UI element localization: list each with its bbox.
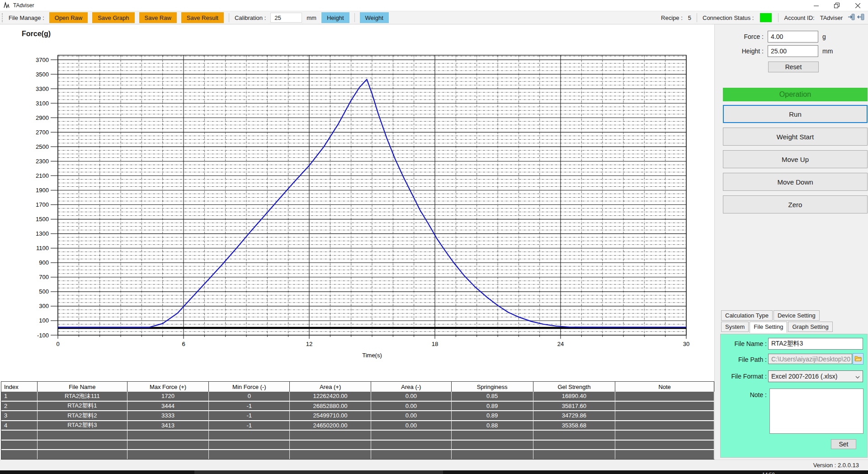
table-header-cell[interactable]: Index (1, 382, 38, 392)
table-cell (615, 441, 714, 450)
main-toolbar: File Manage : Open Raw Save Graph Save R… (0, 11, 868, 24)
table-row[interactable] (1, 441, 714, 450)
restore-button[interactable] (826, 0, 847, 11)
table-cell (290, 441, 371, 450)
note-textarea[interactable] (769, 389, 863, 434)
table-cell: RTA2塑料1 (38, 402, 127, 412)
table-row[interactable] (1, 450, 714, 460)
tab-graph-setting[interactable]: Graph Setting (788, 322, 832, 332)
table-row[interactable]: 2RTA2塑料13444-126852880.000.000.8935817.6… (1, 402, 714, 412)
table-cell: 35358.68 (533, 421, 616, 431)
run-button[interactable]: Run (723, 105, 868, 123)
svg-text:3700: 3700 (36, 57, 49, 63)
zero-button[interactable]: Zero (723, 195, 868, 213)
taskbar-app-segment (194, 470, 443, 474)
file-name-input[interactable]: RTA2塑料3 (768, 338, 863, 350)
force-input[interactable]: 4.00 (768, 31, 818, 43)
table-row[interactable]: 1RTA2泡沫1111720012262420.000.000.8516890.… (1, 392, 714, 402)
tab-device-setting[interactable]: Device Setting (774, 310, 820, 321)
separator (697, 13, 697, 22)
tab-file-setting[interactable]: File Setting (750, 322, 787, 333)
height-unit: mm (822, 47, 840, 55)
height-label: Height : (718, 47, 764, 55)
table-header-cell[interactable]: Min Force (-) (209, 382, 290, 392)
svg-text:500: 500 (39, 288, 49, 295)
table-cell (127, 450, 209, 460)
table-header-cell[interactable]: Area (+) (290, 382, 371, 392)
table-cell (533, 441, 616, 450)
table-row[interactable]: 4RTA2塑料33413-124650200.000.000.8835358.6… (1, 421, 714, 431)
file-manage-label: File Manage : (9, 14, 44, 21)
table-cell: 3333 (127, 411, 209, 421)
svg-text:100: 100 (39, 317, 49, 324)
close-button[interactable] (847, 0, 868, 11)
svg-text:700: 700 (39, 274, 49, 280)
table-cell: 0.89 (452, 411, 533, 421)
open-raw-button[interactable]: Open Raw (49, 12, 88, 23)
svg-text:-100: -100 (37, 332, 49, 339)
table-row[interactable] (1, 431, 714, 441)
file-format-dropdown[interactable]: Excel 2007-2016 (.xlsx) (768, 370, 863, 382)
svg-text:2100: 2100 (36, 172, 49, 179)
svg-text:1900: 1900 (36, 187, 49, 194)
table-cell (38, 431, 127, 441)
weight-button[interactable]: Weight (360, 12, 389, 23)
table-header-cell[interactable]: File Name (38, 382, 127, 392)
set-button[interactable]: Set (831, 439, 856, 449)
table-cell: RTA2泡沫111 (38, 392, 127, 402)
table-header-cell[interactable]: Area (-) (371, 382, 452, 392)
table-cell (1, 431, 38, 441)
logout-icon[interactable] (857, 14, 864, 22)
table-cell (371, 431, 452, 441)
table-header-cell[interactable]: Note (615, 382, 714, 392)
reset-button[interactable]: Reset (768, 62, 819, 72)
table-header-cell[interactable]: Max Force (+) (127, 382, 209, 392)
tab-system[interactable]: System (721, 322, 749, 332)
move-up-button[interactable]: Move Up (723, 150, 868, 168)
svg-text:3300: 3300 (36, 85, 49, 92)
separator (778, 13, 778, 22)
table-cell (209, 431, 290, 441)
table-cell: 1 (1, 392, 38, 402)
table-cell: 0.89 (452, 402, 533, 412)
svg-text:2700: 2700 (36, 129, 49, 136)
svg-text:1500: 1500 (36, 216, 49, 223)
status-bar: Version : 2.0.0.13 (0, 460, 868, 470)
note-label: Note : (722, 391, 767, 398)
table-row[interactable]: 3RTA2塑料23333-125499710.000.000.8934729.8… (1, 411, 714, 421)
table-cell (209, 450, 290, 460)
table-cell (1, 441, 38, 450)
move-down-button[interactable]: Move Down (723, 173, 868, 191)
svg-text:2900: 2900 (36, 114, 49, 121)
taskbar-clock: 14:50 (762, 472, 775, 474)
height-input[interactable]: 25.00 (768, 45, 818, 57)
table-cell (371, 441, 452, 450)
table-cell: -1 (209, 411, 290, 421)
height-button[interactable]: Height (321, 12, 349, 23)
svg-text:900: 900 (39, 259, 49, 266)
table-cell (533, 450, 616, 460)
table-cell: 16890.40 (533, 392, 616, 402)
save-result-button[interactable]: Save Result (181, 12, 224, 23)
table-header-row: IndexFile NameMax Force (+)Min Force (-)… (1, 382, 714, 392)
table-cell (38, 441, 127, 450)
force-unit: g (822, 33, 840, 40)
browse-button[interactable] (853, 353, 863, 365)
table-cell: 26852880.00 (290, 402, 371, 412)
tab-calculation-type[interactable]: Calculation Type (721, 310, 773, 321)
login-icon[interactable] (848, 14, 855, 22)
table-cell: 0.88 (452, 421, 533, 431)
svg-text:3500: 3500 (36, 71, 49, 78)
force-chart: -100100300500700900110013001500170019002… (0, 24, 714, 381)
calibration-input[interactable]: 25 (270, 13, 302, 23)
table-cell: 0.00 (371, 411, 452, 421)
minimize-button[interactable] (806, 0, 826, 11)
weight-start-button[interactable]: Weight Start (723, 128, 868, 146)
save-raw-button[interactable]: Save Raw (139, 12, 177, 23)
svg-text:0: 0 (56, 341, 59, 347)
table-cell: 0.00 (371, 392, 452, 402)
table-header-cell[interactable]: Gel Strength (533, 382, 616, 392)
save-graph-button[interactable]: Save Graph (92, 12, 134, 23)
table-header-cell[interactable]: Springiness (452, 382, 533, 392)
separator (354, 13, 355, 22)
